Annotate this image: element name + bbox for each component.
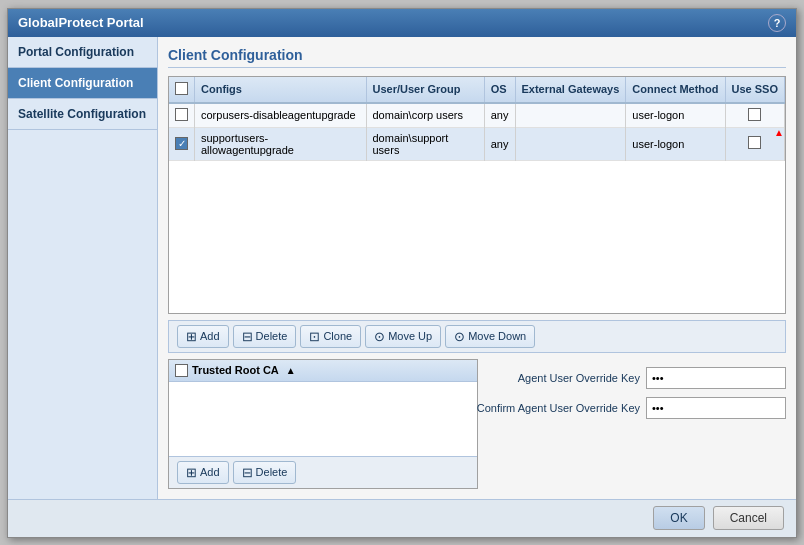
ca-add-icon: ⊞ [186, 465, 197, 480]
row1-use-sso-cell [725, 103, 784, 128]
add-button[interactable]: ⊞ Add [177, 325, 229, 348]
row1-checkbox-cell [169, 103, 195, 128]
main-content: Portal Configuration Client Configuratio… [8, 37, 796, 499]
row2-checkbox[interactable]: ✓ [175, 137, 188, 150]
move-down-button[interactable]: ⊙ Move Down [445, 325, 535, 348]
dialog-footer: OK Cancel [8, 499, 796, 537]
trusted-ca-header: Trusted Root CA ▲ [169, 360, 477, 382]
ok-button[interactable]: OK [653, 506, 704, 530]
th-connect-method: Connect Method [626, 77, 725, 103]
agent-key-input[interactable] [646, 367, 786, 389]
th-external-gateways: External Gateways [515, 77, 626, 103]
delete-button[interactable]: ⊟ Delete [233, 325, 297, 348]
header-checkbox[interactable] [175, 82, 188, 95]
move-down-icon: ⊙ [454, 329, 465, 344]
ca-delete-button[interactable]: ⊟ Delete [233, 461, 297, 484]
sidebar-item-client-configuration[interactable]: Client Configuration [8, 68, 157, 99]
delete-icon: ⊟ [242, 329, 253, 344]
sidebar: Portal Configuration Client Configuratio… [8, 37, 158, 499]
row1-connect-method: user-logon [626, 103, 725, 128]
table-row: corpusers-disableagentupgrade domain\cor… [169, 103, 785, 128]
row2-user-group: domain\support users [366, 127, 484, 160]
main-dialog: GlobalProtect Portal ? Portal Configurat… [7, 8, 797, 538]
bottom-section: Trusted Root CA ▲ ⊞ Add ⊟ Delete [168, 359, 786, 489]
sidebar-item-portal-configuration[interactable]: Portal Configuration [8, 37, 157, 68]
move-up-icon: ⊙ [374, 329, 385, 344]
section-title: Client Configuration [168, 47, 786, 68]
right-panel: Agent User Override Key Confirm Agent Us… [486, 359, 786, 489]
ca-add-button[interactable]: ⊞ Add [177, 461, 229, 484]
trusted-ca-panel: Trusted Root CA ▲ ⊞ Add ⊟ Delete [168, 359, 478, 489]
configs-table: Configs User/User Group OS External Gate… [169, 77, 785, 161]
main-toolbar: ⊞ Add ⊟ Delete ⊡ Clone ⊙ Move Up ⊙ Mov [168, 320, 786, 353]
trusted-ca-body [169, 382, 477, 456]
app-title: GlobalProtect Portal [18, 15, 144, 30]
confirm-key-input[interactable] [646, 397, 786, 419]
trusted-ca-checkbox[interactable] [175, 364, 188, 377]
row2-use-sso-checkbox[interactable] [748, 136, 761, 149]
content-area: Client Configuration Configs User/User G… [158, 37, 796, 499]
title-bar: GlobalProtect Portal ? [8, 9, 796, 37]
row2-configs: supportusers-allowagentupgrade [195, 127, 367, 160]
row1-os: any [484, 103, 515, 128]
th-user-group: User/User Group [366, 77, 484, 103]
row1-use-sso-checkbox[interactable] [748, 108, 761, 121]
add-icon: ⊞ [186, 329, 197, 344]
agent-key-row: Agent User Override Key [486, 367, 786, 389]
sidebar-item-satellite-configuration[interactable]: Satellite Configuration [8, 99, 157, 130]
th-os: OS [484, 77, 515, 103]
cancel-button[interactable]: Cancel [713, 506, 784, 530]
row1-external-gateways [515, 103, 626, 128]
confirm-key-row: Confirm Agent User Override Key [486, 397, 786, 419]
agent-key-label: Agent User Override Key [518, 372, 640, 384]
row1-configs: corpusers-disableagentupgrade [195, 103, 367, 128]
configs-table-container: Configs User/User Group OS External Gate… [168, 76, 786, 314]
th-use-sso: Use SSO [725, 77, 784, 103]
row1-user-group: domain\corp users [366, 103, 484, 128]
row2-external-gateways [515, 127, 626, 160]
sort-arrow-icon: ▲ [286, 365, 296, 376]
row2-os: any [484, 127, 515, 160]
trusted-ca-toolbar: ⊞ Add ⊟ Delete [169, 456, 477, 488]
row2-connect-method: user-logon [626, 127, 725, 160]
row1-checkbox[interactable] [175, 108, 188, 121]
clone-icon: ⊡ [309, 329, 320, 344]
confirm-key-label: Confirm Agent User Override Key [477, 402, 640, 414]
move-up-button[interactable]: ⊙ Move Up [365, 325, 441, 348]
row2-checkbox-cell: ✓ [169, 127, 195, 160]
row2-use-sso-cell: ▲ [725, 127, 784, 160]
flag-indicator: ▲ [774, 128, 784, 138]
clone-button[interactable]: ⊡ Clone [300, 325, 361, 348]
th-checkbox [169, 77, 195, 103]
help-icon[interactable]: ? [768, 14, 786, 32]
th-configs: Configs [195, 77, 367, 103]
ca-delete-icon: ⊟ [242, 465, 253, 480]
table-row: ✓ supportusers-allowagentupgrade domain\… [169, 127, 785, 160]
